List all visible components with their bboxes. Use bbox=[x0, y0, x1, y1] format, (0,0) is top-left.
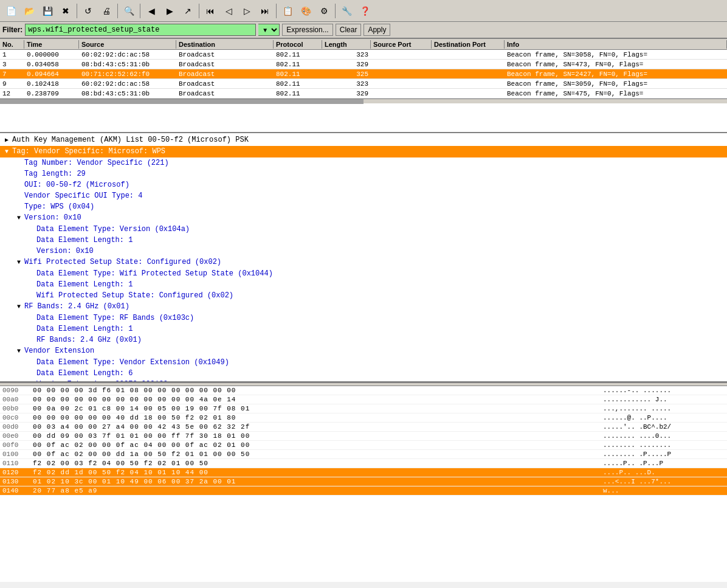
list-item[interactable]: Data Element Type: Wifi Protected Setup … bbox=[0, 268, 727, 279]
list-item[interactable]: Tag Number: Vendor Specific (221) bbox=[0, 157, 727, 168]
reload-button[interactable]: ↺ bbox=[80, 2, 97, 19]
list-item[interactable]: Vendor Specific OUI Type: 4 bbox=[0, 190, 727, 201]
list-item[interactable]: ▼ Vendor Extension bbox=[0, 345, 727, 357]
list-item: 0130 01 02 10 3c 00 01 10 49 00 06 00 37… bbox=[0, 477, 727, 486]
hex-offset: 00e0 bbox=[2, 432, 33, 440]
toolbar-sep-1 bbox=[77, 4, 77, 18]
go-back-button[interactable]: ◀ bbox=[143, 2, 160, 19]
decode-as-button[interactable]: 📋 bbox=[279, 2, 296, 19]
filter-input[interactable] bbox=[25, 24, 256, 36]
list-item[interactable]: Data Element Length: 1 bbox=[0, 235, 727, 246]
go-forward-button[interactable]: ▶ bbox=[161, 2, 178, 19]
hex-bytes: 20 77 a8 e5 a9 bbox=[33, 487, 603, 494]
find-button[interactable]: 🔍 bbox=[120, 2, 137, 19]
filter-dropdown[interactable]: ▼ bbox=[258, 24, 280, 36]
new-capture-button[interactable]: 📄 bbox=[2, 2, 19, 19]
toolbar-sep-2 bbox=[117, 4, 118, 18]
list-item[interactable]: ▼ Tag: Vendor Specific: Microsof: WPS bbox=[0, 146, 727, 157]
detail-panel[interactable]: ▶ Auth Key Management (AKM) List 00-50-f… bbox=[0, 133, 727, 382]
hex-offset: 0120 bbox=[2, 469, 33, 476]
table-row[interactable]: 70.09466400:71:c2:52:62:f0Broadcast802.1… bbox=[0, 69, 727, 79]
expand-icon[interactable]: ▼ bbox=[17, 213, 24, 223]
col-header-info: Info bbox=[505, 40, 727, 49]
list-item[interactable]: Data Element Type: Vendor Extension (0x1… bbox=[0, 357, 727, 368]
list-item[interactable]: Tag length: 29 bbox=[0, 168, 727, 179]
list-item[interactable]: Data Element Length: 1 bbox=[0, 279, 727, 290]
list-item: 00c0 00 00 00 00 00 00 40 dd 18 00 50 f2… bbox=[0, 413, 727, 423]
col-header-src: Source bbox=[79, 40, 176, 49]
list-item[interactable]: RF Bands: 2.4 GHz (0x01) bbox=[0, 334, 727, 345]
last-packet-button[interactable]: ⏭ bbox=[257, 2, 274, 19]
help-button[interactable]: ❓ bbox=[356, 2, 373, 19]
expand-icon[interactable]: ▼ bbox=[17, 302, 24, 312]
list-item[interactable]: Data Element Length: 1 bbox=[0, 323, 727, 334]
coloring-rules-button[interactable]: 🎨 bbox=[297, 2, 314, 19]
col-header-dst: Destination bbox=[176, 40, 274, 49]
list-item[interactable]: Data Element Length: 6 bbox=[0, 368, 727, 379]
preferences-button[interactable]: ⚙ bbox=[315, 2, 332, 19]
hex-bytes: f2 02 00 03 f2 04 00 50 f2 02 01 00 50 bbox=[33, 460, 603, 467]
hex-offset: 00d0 bbox=[2, 423, 33, 431]
list-item[interactable]: Version: 0x10 bbox=[0, 246, 727, 257]
expand-icon[interactable]: ▼ bbox=[5, 147, 12, 157]
list-item[interactable]: ▼ Wifi Protected Setup State: Configured… bbox=[0, 257, 727, 268]
packet-scrollbar-thumb[interactable] bbox=[0, 99, 364, 104]
hex-bytes: 00 0a 00 2c 01 c8 00 14 00 05 00 19 00 7… bbox=[33, 405, 603, 412]
list-item: 0100 00 0f ac 02 00 00 dd 1a 00 50 f2 01… bbox=[0, 450, 727, 459]
list-item: 0140 20 77 a8 e5 a9 w... bbox=[0, 486, 727, 496]
expand-icon[interactable]: ▼ bbox=[17, 347, 24, 356]
col-header-time: Time bbox=[24, 40, 79, 49]
expand-icon[interactable]: ▼ bbox=[17, 258, 24, 268]
list-item[interactable]: ▼ RF Bands: 2.4 GHz (0x01) bbox=[0, 301, 727, 313]
hex-bytes: 01 02 10 3c 00 01 10 49 00 06 00 37 2a 0… bbox=[33, 478, 603, 485]
hex-ascii: ........ ........ bbox=[603, 441, 725, 449]
hex-ascii: w... bbox=[603, 487, 725, 494]
list-item: 00e0 00 dd 09 00 03 7f 01 01 00 00 ff 7f… bbox=[0, 432, 727, 441]
expression-button[interactable]: Expression... bbox=[282, 24, 332, 36]
hex-ascii: ........ .P.....P bbox=[603, 451, 725, 458]
hex-offset: 0130 bbox=[2, 478, 33, 485]
print-button[interactable]: 🖨 bbox=[98, 2, 115, 19]
table-row[interactable]: 90.10241860:02:92:dc:ac:58Broadcast802.1… bbox=[0, 79, 727, 89]
expand-icon[interactable]: ▶ bbox=[5, 136, 12, 145]
list-item[interactable]: Type: WPS (0x04) bbox=[0, 201, 727, 212]
first-packet-button[interactable]: ⏮ bbox=[202, 2, 219, 19]
clear-button[interactable]: Clear bbox=[336, 24, 362, 36]
hex-ascii: ......-.. ....... bbox=[603, 387, 725, 394]
filter-label: Filter: bbox=[2, 26, 22, 34]
hex-offset: 00f0 bbox=[2, 441, 33, 449]
packet-list: No. Time Source Destination Protocol Len… bbox=[0, 39, 727, 133]
list-item: 0110 f2 02 00 03 f2 04 00 50 f2 02 01 00… bbox=[0, 459, 727, 468]
interfaces-button[interactable]: 🔧 bbox=[338, 2, 355, 19]
list-item[interactable]: ▼ Version: 0x10 bbox=[0, 212, 727, 224]
next-packet-button[interactable]: ▷ bbox=[238, 2, 255, 19]
col-header-dstport: Destination Port bbox=[432, 40, 505, 49]
list-item[interactable]: ▶ Auth Key Management (AKM) List 00-50-f… bbox=[0, 134, 727, 146]
hex-bytes: 00 dd 09 00 03 7f 01 01 00 00 ff 7f 30 1… bbox=[33, 432, 603, 440]
list-item: 00b0 00 0a 00 2c 01 c8 00 14 00 05 00 19… bbox=[0, 404, 727, 413]
table-row[interactable]: 120.23870908:bd:43:c5:31:0bBroadcast802.… bbox=[0, 89, 727, 99]
goto-packet-button[interactable]: ↗ bbox=[179, 2, 196, 19]
col-header-no: No. bbox=[0, 40, 24, 49]
list-item[interactable]: Data Element Type: RF Bands (0x103c) bbox=[0, 313, 727, 323]
hex-bytes: 00 0f ac 02 00 00 dd 1a 00 50 f2 01 01 0… bbox=[33, 451, 603, 458]
list-item[interactable]: Wifi Protected Setup State: Configured (… bbox=[0, 290, 727, 301]
packet-scrollbar[interactable] bbox=[0, 99, 727, 103]
packet-list-header: No. Time Source Destination Protocol Len… bbox=[0, 39, 727, 50]
apply-button[interactable]: Apply bbox=[364, 24, 390, 36]
hex-bytes: 00 03 a4 00 00 27 a4 00 00 42 43 5e 00 6… bbox=[33, 423, 603, 431]
hex-bytes: 00 00 00 00 00 00 40 dd 18 00 50 f2 02 0… bbox=[33, 414, 603, 421]
table-row[interactable]: 30.03405808:bd:43:c5:31:0bBroadcast802.1… bbox=[0, 60, 727, 69]
list-item[interactable]: Data Element Type: Version (0x104a) bbox=[0, 224, 727, 235]
close-capture-button[interactable]: ✖ bbox=[57, 2, 74, 19]
toolbar-sep-6 bbox=[335, 4, 336, 18]
prev-packet-button[interactable]: ◁ bbox=[220, 2, 237, 19]
save-capture-button[interactable]: 💾 bbox=[39, 2, 56, 19]
hex-ascii: ........ ....0... bbox=[603, 432, 725, 440]
hex-bytes: 00 0f ac 02 00 00 0f ac 04 00 00 0f ac 0… bbox=[33, 441, 603, 449]
list-item[interactable]: OUI: 00-50-f2 (Microsof) bbox=[0, 179, 727, 190]
open-capture-button[interactable]: 📂 bbox=[21, 2, 38, 19]
hex-panel[interactable]: 0090 00 00 00 00 3d f6 01 08 00 00 00 00… bbox=[0, 386, 727, 582]
hex-offset: 00b0 bbox=[2, 405, 33, 412]
table-row[interactable]: 10.00000060:02:92:dc:ac:58Broadcast802.1… bbox=[0, 50, 727, 60]
